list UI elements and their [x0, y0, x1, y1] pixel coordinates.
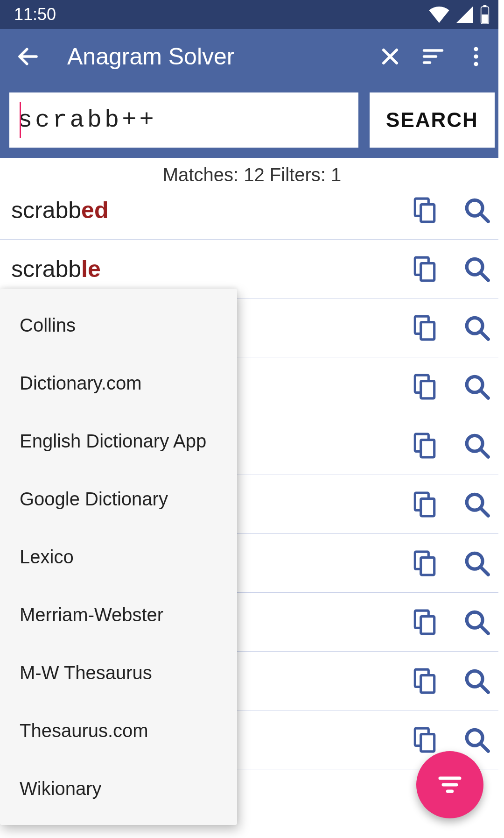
word-suffix: ed — [81, 197, 108, 223]
lookup-button[interactable] — [463, 314, 491, 342]
search-icon — [463, 197, 490, 224]
svg-line-17 — [480, 331, 488, 339]
svg-line-45 — [480, 743, 488, 751]
cell-signal-icon — [455, 6, 474, 23]
result-word: scrabbed — [11, 197, 411, 224]
status-icons — [428, 5, 490, 24]
copy-button[interactable] — [411, 196, 439, 224]
copy-button[interactable] — [411, 432, 439, 460]
search-input-container[interactable] — [9, 92, 358, 148]
svg-line-9 — [480, 213, 488, 221]
lookup-button[interactable] — [463, 549, 491, 577]
copy-icon — [413, 197, 437, 224]
popup-item-dictionarycom[interactable]: Dictionary.com — [0, 354, 237, 412]
copy-button[interactable] — [411, 255, 439, 283]
matches-count: 12 — [244, 164, 265, 185]
search-icon — [463, 432, 490, 459]
svg-point-5 — [474, 62, 478, 66]
search-icon — [463, 373, 490, 400]
copy-button[interactable] — [411, 667, 439, 695]
popup-item-mw-thesaurus[interactable]: M-W Thesaurus — [0, 644, 237, 702]
copy-icon — [413, 609, 437, 636]
popup-item-thesauruscom[interactable]: Thesaurus.com — [0, 702, 237, 760]
svg-rect-2 — [482, 14, 488, 23]
popup-item-google-dictionary[interactable]: Google Dictionary — [0, 470, 237, 528]
svg-line-37 — [480, 625, 488, 633]
search-icon — [463, 256, 490, 283]
search-icon — [463, 491, 490, 518]
search-icon — [463, 609, 490, 636]
search-icon — [463, 726, 490, 753]
svg-line-33 — [480, 567, 488, 575]
svg-rect-35 — [421, 616, 434, 633]
app-bar: Anagram Solver — [0, 29, 504, 84]
copy-button[interactable] — [411, 549, 439, 577]
svg-point-4 — [474, 54, 478, 58]
svg-rect-19 — [421, 381, 434, 398]
popup-item-merriam-webster[interactable]: Merriam-Webster — [0, 586, 237, 644]
battery-icon — [480, 5, 490, 24]
svg-line-25 — [480, 449, 488, 457]
word-base: scrabb — [11, 197, 81, 223]
svg-line-13 — [480, 272, 488, 280]
close-icon — [379, 45, 401, 68]
status-bar: 11:50 — [0, 0, 504, 29]
screen-edge — [498, 0, 504, 838]
lookup-button[interactable] — [463, 255, 491, 283]
popup-item-lexico[interactable]: Lexico — [0, 528, 237, 586]
copy-icon — [413, 491, 437, 518]
copy-button[interactable] — [411, 373, 439, 401]
popup-item-collins[interactable]: Collins — [0, 296, 237, 354]
search-icon — [463, 668, 490, 695]
overflow-button[interactable] — [459, 40, 493, 73]
lookup-button[interactable] — [463, 667, 491, 695]
copy-icon — [413, 314, 437, 341]
svg-point-3 — [474, 47, 478, 51]
dictionary-popup: Collins Dictionary.com English Dictionar… — [0, 289, 237, 825]
arrow-left-icon — [15, 44, 41, 69]
back-button[interactable] — [11, 40, 45, 73]
lookup-button[interactable] — [463, 196, 491, 224]
search-input[interactable] — [18, 107, 350, 134]
search-icon — [463, 550, 490, 577]
svg-line-41 — [480, 684, 488, 692]
clear-button[interactable] — [373, 40, 407, 73]
lookup-button[interactable] — [463, 373, 491, 401]
filter-icon — [437, 772, 463, 798]
matches-label: Matches: — [163, 164, 244, 185]
copy-icon — [413, 432, 437, 459]
svg-line-21 — [480, 390, 488, 398]
search-button[interactable]: SEARCH — [370, 92, 495, 148]
word-suffix: le — [81, 256, 101, 282]
svg-rect-39 — [421, 675, 434, 692]
lookup-button[interactable] — [463, 432, 491, 460]
wifi-icon — [428, 6, 450, 23]
text-cursor — [20, 102, 21, 138]
search-row: SEARCH — [0, 84, 504, 158]
lookup-button[interactable] — [463, 608, 491, 636]
svg-rect-7 — [421, 204, 434, 221]
sort-icon — [421, 44, 445, 69]
popup-item-wikionary[interactable]: Wikionary — [0, 760, 237, 817]
status-time: 11:50 — [14, 5, 56, 24]
svg-rect-11 — [421, 263, 434, 280]
filter-fab[interactable] — [416, 751, 483, 818]
copy-icon — [413, 668, 437, 695]
copy-button[interactable] — [411, 314, 439, 342]
lookup-button[interactable] — [463, 490, 491, 518]
copy-button[interactable] — [411, 608, 439, 636]
search-icon — [463, 314, 490, 341]
lookup-button[interactable] — [463, 726, 491, 754]
filters-count: 1 — [331, 164, 341, 185]
sort-button[interactable] — [416, 40, 450, 73]
result-row[interactable]: scrabbed — [0, 181, 504, 240]
copy-button[interactable] — [411, 490, 439, 518]
word-base: scrabb — [11, 256, 81, 282]
svg-rect-15 — [421, 322, 434, 339]
popup-item-english-dictionary-app[interactable]: English Dictionary App — [0, 412, 237, 470]
copy-button[interactable] — [411, 726, 439, 754]
app-title: Anagram Solver — [67, 43, 364, 70]
more-vert-icon — [468, 45, 484, 68]
svg-rect-43 — [421, 734, 434, 751]
copy-icon — [413, 256, 437, 283]
